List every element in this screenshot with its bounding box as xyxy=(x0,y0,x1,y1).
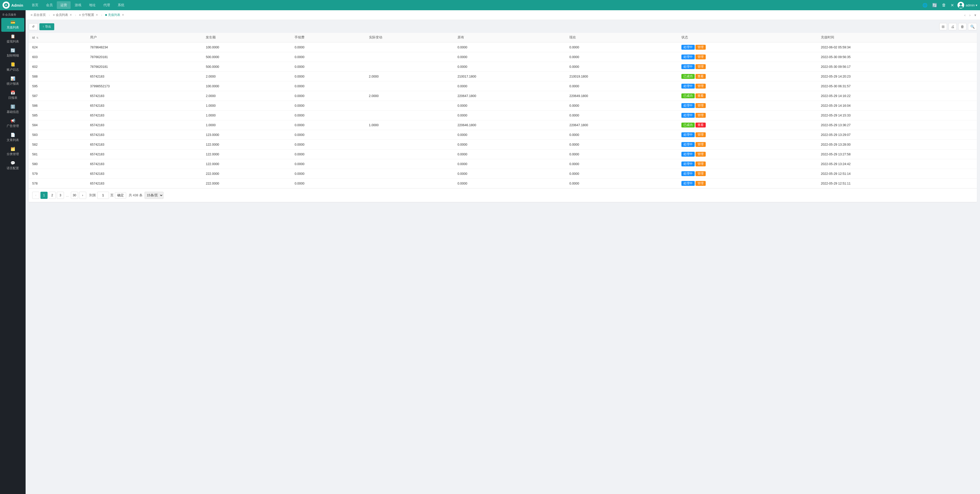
status-badge[interactable]: 管理 xyxy=(695,181,706,186)
nav-operations[interactable]: 运营 xyxy=(57,1,71,9)
status-badge[interactable]: 管理 xyxy=(695,132,706,137)
status-badge[interactable]: 查看 xyxy=(695,74,706,79)
tab-close-section[interactable]: ✕ xyxy=(96,13,98,17)
sidebar-item-transfer[interactable]: 🔄 划转明细 xyxy=(1,46,24,60)
table-row: 586 65742183 1.0000 0.0000 0.0000 0.0000… xyxy=(29,101,977,111)
status-badge[interactable]: 管理 xyxy=(695,64,706,69)
main-content: ↺ ↑ 导出 ⊞ 🖨 🗑 🔍 i xyxy=(25,20,980,494)
tab-dropdown-arrow[interactable]: ▾ xyxy=(973,13,977,18)
user-info[interactable]: admin ▾ xyxy=(958,2,977,8)
cell-recharge-time: 2022-05-29 12:51:11 xyxy=(817,178,977,188)
cell-amount: 122.0000 xyxy=(202,159,291,169)
tab-recharge-list[interactable]: 充值列表 ✕ xyxy=(103,11,127,18)
cell-current: 0.0000 xyxy=(566,43,678,52)
search-button[interactable]: 🔍 xyxy=(968,23,977,30)
status-badge[interactable]: 管理 xyxy=(695,84,706,89)
status-badge[interactable]: 管理 xyxy=(695,45,706,49)
tab-section-config[interactable]: 分节配置 ✕ xyxy=(76,11,100,18)
sidebar-item-account-log[interactable]: 📒 账户日志 xyxy=(1,60,24,74)
cell-user: 7876620181 xyxy=(86,62,202,72)
sidebar-item-ads[interactable]: 📢 广告管理 xyxy=(1,116,24,130)
status-badge[interactable]: 已成功 xyxy=(681,74,695,79)
status-badge[interactable]: 处理中 xyxy=(681,132,695,137)
tab-prev-arrow[interactable]: ‹ xyxy=(963,13,967,18)
refresh-icon: ↺ xyxy=(32,25,35,29)
page-next-btn[interactable]: › xyxy=(79,192,86,199)
page-1-btn[interactable]: 1 xyxy=(40,192,48,199)
export-button[interactable]: ↑ 导出 xyxy=(40,23,54,30)
recharge-table: id ⇅ 用户 发生额 手续费 实际变动 原有 现在 状态 充值时间 624 7… xyxy=(29,33,977,188)
tab-dot-home xyxy=(31,14,32,16)
status-badge[interactable]: 处理中 xyxy=(681,103,695,108)
tab-close-recharge[interactable]: ✕ xyxy=(122,13,124,17)
status-badge[interactable]: 处理中 xyxy=(681,142,695,147)
status-badge[interactable]: 管理 xyxy=(695,103,706,108)
page-size-select[interactable]: 10条/页 15条/页 20条/页 50条/页 xyxy=(145,192,164,199)
sidebar-item-basic-info[interactable]: ℹ️ 基础信息 xyxy=(1,102,24,116)
sidebar-item-category[interactable]: 🗂️ 分类管理 xyxy=(1,145,24,158)
jump-confirm-btn[interactable]: 确定 xyxy=(115,192,126,199)
nav-member[interactable]: 会员 xyxy=(43,1,56,9)
cell-actual-change: 2.0000 xyxy=(365,91,454,101)
close-nav-icon[interactable]: ✕ xyxy=(950,2,955,9)
tab-next-arrow[interactable]: › xyxy=(968,13,972,18)
sidebar-item-daily[interactable]: 📅 日报表 xyxy=(1,88,24,102)
grid-view-button[interactable]: ⊞ xyxy=(939,23,947,30)
tab-member-list[interactable]: 会员列表 ✕ xyxy=(50,11,75,18)
sidebar-item-withdrawal[interactable]: 📋 提现列表 xyxy=(1,32,24,46)
print-button[interactable]: 🖨 xyxy=(948,23,957,30)
sidebar-item-articles[interactable]: 📄 文章列表 xyxy=(1,131,24,144)
nav-games[interactable]: 游戏 xyxy=(71,1,85,9)
status-badge[interactable]: 管理 xyxy=(695,54,706,59)
globe-icon[interactable]: 🌐 xyxy=(921,2,929,9)
delete-button[interactable]: 🗑 xyxy=(958,23,966,30)
refresh-button[interactable]: ↺ xyxy=(29,23,38,30)
status-badge[interactable]: 查看 xyxy=(695,123,706,127)
cell-actual-change xyxy=(365,169,454,178)
sidebar-item-stats[interactable]: 📊 统计报表 xyxy=(1,74,24,88)
status-badge[interactable]: 处理中 xyxy=(681,54,695,59)
col-current: 现在 xyxy=(566,33,678,43)
nav-system[interactable]: 系统 xyxy=(114,1,128,9)
status-badge[interactable]: 已成功 xyxy=(681,93,695,98)
nav-address[interactable]: 地址 xyxy=(86,1,99,9)
status-badge[interactable]: 处理中 xyxy=(681,64,695,69)
status-badge[interactable]: 查看 xyxy=(695,93,706,98)
sidebar-item-recharge[interactable]: 💳 充值列表 xyxy=(1,18,24,32)
status-badge[interactable]: 管理 xyxy=(695,142,706,147)
status-badge[interactable]: 已成功 xyxy=(681,123,695,127)
tab-home[interactable]: 后台首页 xyxy=(28,11,48,18)
status-badge[interactable]: 管理 xyxy=(695,113,706,118)
nav-agent[interactable]: 代理 xyxy=(100,1,114,9)
status-badge[interactable]: 处理中 xyxy=(681,84,695,89)
page-30-btn[interactable]: 30 xyxy=(71,192,78,199)
cell-fee: 0.0000 xyxy=(291,169,365,178)
svg-point-3 xyxy=(959,6,963,8)
status-badge[interactable]: 处理中 xyxy=(681,181,695,186)
col-id[interactable]: id ⇅ xyxy=(29,33,86,43)
app-logo[interactable]: A Admin xyxy=(3,2,28,9)
status-badge[interactable]: 管理 xyxy=(695,152,706,157)
sidebar-label-daily: 日报表 xyxy=(8,96,18,100)
status-badge[interactable]: 处理中 xyxy=(681,113,695,118)
trash-nav-icon[interactable]: 🗑 xyxy=(941,2,947,8)
cell-id: 624 xyxy=(29,43,86,52)
status-badge[interactable]: 处理中 xyxy=(681,45,695,49)
refresh-nav-icon[interactable]: 🔄 xyxy=(931,2,938,9)
cell-amount: 1.0000 xyxy=(202,120,291,130)
cell-status: 处理中管理 xyxy=(678,43,818,52)
page-3-btn[interactable]: 3 xyxy=(57,192,64,199)
user-name: admin ▾ xyxy=(966,3,977,7)
status-badge[interactable]: 处理中 xyxy=(681,171,695,176)
page-prev-btn[interactable]: ‹ xyxy=(32,192,40,199)
page-2-btn[interactable]: 2 xyxy=(49,192,56,199)
nav-home[interactable]: 首页 xyxy=(28,1,42,9)
tab-close-member[interactable]: ✕ xyxy=(70,13,72,17)
status-badge[interactable]: 管理 xyxy=(695,171,706,176)
jump-input[interactable] xyxy=(97,192,109,199)
sidebar-item-language[interactable]: 💬 语言配置 xyxy=(1,159,24,172)
cell-fee: 0.0000 xyxy=(291,130,365,140)
status-badge[interactable]: 处理中 xyxy=(681,152,695,157)
status-badge[interactable]: 管理 xyxy=(695,161,706,166)
status-badge[interactable]: 处理中 xyxy=(681,161,695,166)
